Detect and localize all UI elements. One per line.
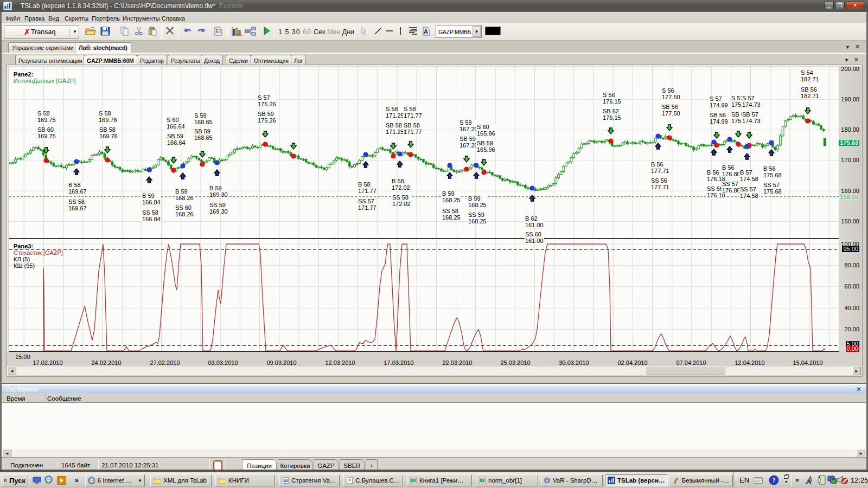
svg-text:W: W: [284, 479, 287, 482]
svg-text:X: X: [481, 479, 483, 482]
svg-text:X: X: [412, 479, 414, 482]
svg-text:A: A: [424, 28, 428, 35]
svg-text:P: P: [348, 478, 351, 482]
svg-text:?: ?: [773, 477, 776, 484]
